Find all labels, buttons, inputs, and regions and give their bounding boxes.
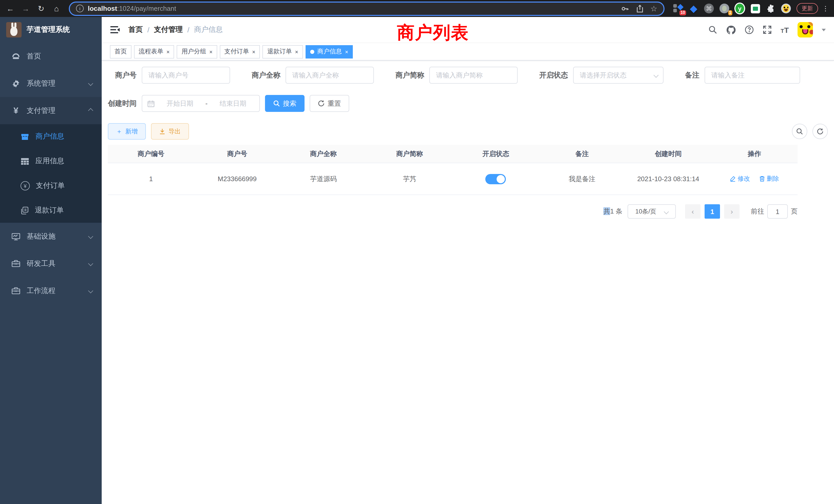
- table-header-row: 商户编号 商户号 商户全称 商户简称 开启状态 备注 创建时间 操作: [108, 145, 797, 163]
- profile-extension-icon[interactable]: 1: [719, 3, 730, 14]
- font-size-icon[interactable]: TT: [781, 25, 789, 34]
- status-select[interactable]: 请选择开启状态: [573, 67, 663, 84]
- chat-extension-icon[interactable]: [750, 3, 761, 14]
- status-toggle[interactable]: [486, 174, 506, 184]
- add-button-label: 新增: [125, 127, 138, 136]
- show-search-toggle-button[interactable]: [792, 124, 807, 139]
- close-icon[interactable]: ×: [252, 48, 256, 55]
- col-short-name: 商户简称: [367, 145, 453, 163]
- emoji-extension-icon[interactable]: [781, 3, 791, 14]
- delete-link[interactable]: 删除: [759, 175, 779, 183]
- chevron-down-icon: [664, 209, 669, 214]
- cell-create-time: 2021-10-23 08:31:14: [625, 163, 711, 195]
- browser-back-button[interactable]: ←: [4, 2, 17, 15]
- sidebar-item-pay[interactable]: ¥ 支付管理: [0, 97, 102, 124]
- short-name-input[interactable]: [429, 67, 518, 84]
- fullscreen-icon[interactable]: [763, 25, 772, 35]
- help-icon[interactable]: [745, 25, 754, 35]
- content: 商户号 商户全称 商户简称 开启状态 请选择开启状态: [102, 61, 834, 504]
- page-1-button[interactable]: 1: [705, 204, 720, 219]
- close-icon[interactable]: ×: [167, 48, 170, 55]
- reset-button[interactable]: 重置: [310, 95, 349, 112]
- cell-full-name: 芋道源码: [280, 163, 367, 195]
- topbar: 首页 / 支付管理 / 商户信息 商户列表 TT: [102, 17, 834, 43]
- y-extension-icon[interactable]: y: [734, 3, 745, 14]
- sidebar-item-infra[interactable]: 基础设施: [0, 223, 102, 250]
- browser-home-button[interactable]: ⌂: [50, 2, 63, 15]
- site-info-icon[interactable]: i: [76, 5, 84, 12]
- browser-toolbar: ← → ↻ ⌂ i localhost:1024/pay/merchant ☆ …: [0, 0, 834, 17]
- password-key-icon[interactable]: [621, 4, 629, 13]
- merchant-no-input[interactable]: [142, 67, 230, 84]
- edit-link[interactable]: 修改: [730, 175, 750, 183]
- prev-page-button[interactable]: ‹: [685, 204, 701, 219]
- filter-label: 备注: [685, 71, 699, 80]
- browser-forward-button[interactable]: →: [20, 2, 32, 15]
- sidebar-item-pay-order[interactable]: ¥ 支付订单: [0, 174, 102, 198]
- col-remark: 备注: [539, 145, 625, 163]
- tab-merchant-info[interactable]: 商户信息×: [306, 45, 353, 58]
- github-icon[interactable]: [726, 25, 736, 35]
- tab-pay-order[interactable]: 支付订单×: [220, 45, 260, 58]
- close-icon[interactable]: ×: [295, 48, 299, 55]
- refresh-table-button[interactable]: [812, 124, 828, 139]
- download-icon: [159, 128, 166, 135]
- export-button[interactable]: 导出: [151, 123, 189, 140]
- browser-menu-icon[interactable]: ⋮: [821, 5, 830, 12]
- tab-refund-order[interactable]: 退款订单×: [263, 45, 303, 58]
- sidebar-item-app-info[interactable]: 应用信息: [0, 149, 102, 174]
- next-page-button[interactable]: ›: [724, 204, 740, 219]
- tab-home[interactable]: 首页: [110, 45, 131, 58]
- sidebar-item-home[interactable]: 首页: [0, 43, 102, 70]
- bookmark-star-icon[interactable]: ☆: [651, 4, 657, 13]
- close-icon[interactable]: ×: [345, 48, 348, 55]
- browser-address-bar[interactable]: i localhost:1024/pay/merchant ☆: [69, 1, 664, 16]
- share-icon[interactable]: [636, 4, 643, 13]
- yen-icon: ¥: [10, 106, 22, 116]
- search-icon[interactable]: [708, 25, 718, 35]
- command-extension-icon[interactable]: ⌘: [704, 3, 714, 14]
- full-name-input[interactable]: [286, 67, 374, 84]
- sidebar-logo[interactable]: 芋道管理系统: [0, 17, 102, 43]
- avatar-dropdown-caret[interactable]: [822, 28, 826, 31]
- sidebar-item-system[interactable]: 系统管理: [0, 70, 102, 97]
- filter-label: 商户全称: [251, 71, 280, 80]
- chevron-down-icon: [88, 261, 93, 266]
- tab-process-form[interactable]: 流程表单×: [134, 45, 174, 58]
- remark-input[interactable]: [705, 67, 800, 84]
- tag-tabs-bar: 首页 流程表单× 用户分组× 支付订单× 退款订单× 商户信息×: [102, 43, 834, 61]
- sidebar-item-workflow[interactable]: 工作流程: [0, 277, 102, 304]
- close-icon[interactable]: ×: [209, 48, 213, 55]
- yen-circle-icon: ¥: [21, 181, 30, 190]
- add-button[interactable]: ＋ 新增: [108, 123, 146, 140]
- tab-user-group[interactable]: 用户分组×: [177, 45, 217, 58]
- sidebar-item-refund-order[interactable]: 退款订单: [0, 198, 102, 223]
- refresh-icon: [318, 100, 325, 107]
- create-time-range-picker[interactable]: 开始日期 - 结束日期: [142, 95, 260, 112]
- menu-fold-icon[interactable]: [110, 25, 120, 35]
- breadcrumb-home[interactable]: 首页: [128, 25, 143, 35]
- chevron-down-icon: [88, 234, 93, 239]
- merchant-table: 商户编号 商户号 商户全称 商户简称 开启状态 备注 创建时间 操作 1: [108, 145, 797, 195]
- sidebar-item-devtools[interactable]: 研发工具: [0, 250, 102, 277]
- page-size-value: 10条/页: [635, 207, 656, 216]
- goto-page-input[interactable]: [767, 204, 788, 219]
- page-size-select[interactable]: 10条/页: [628, 204, 676, 219]
- browser-update-button[interactable]: 更新: [796, 3, 818, 14]
- puzzle-extensions-icon[interactable]: [765, 3, 776, 14]
- pagination: 共1 条 10条/页 ‹ 1 › 前往 页: [108, 204, 797, 219]
- photos-extension-icon[interactable]: ◆ 10: [673, 3, 683, 14]
- sidebar-item-merchant-info[interactable]: 商户信息: [0, 124, 102, 149]
- filter-short-name: 商户简称: [395, 67, 518, 84]
- browser-reload-button[interactable]: ↻: [35, 2, 47, 15]
- filter-label: 创建时间: [108, 99, 137, 108]
- tab-label: 商户信息: [317, 47, 342, 56]
- breadcrumb-separator: /: [147, 26, 150, 34]
- col-status: 开启状态: [453, 145, 539, 163]
- kite-extension-icon[interactable]: ◆: [688, 3, 699, 14]
- filter-create-time: 创建时间 开始日期 - 结束日期: [108, 95, 260, 112]
- breadcrumb-pay[interactable]: 支付管理: [154, 25, 183, 35]
- pagination-total: 共1 条: [603, 207, 622, 216]
- user-avatar[interactable]: [797, 22, 813, 38]
- search-button[interactable]: 搜索: [265, 95, 305, 112]
